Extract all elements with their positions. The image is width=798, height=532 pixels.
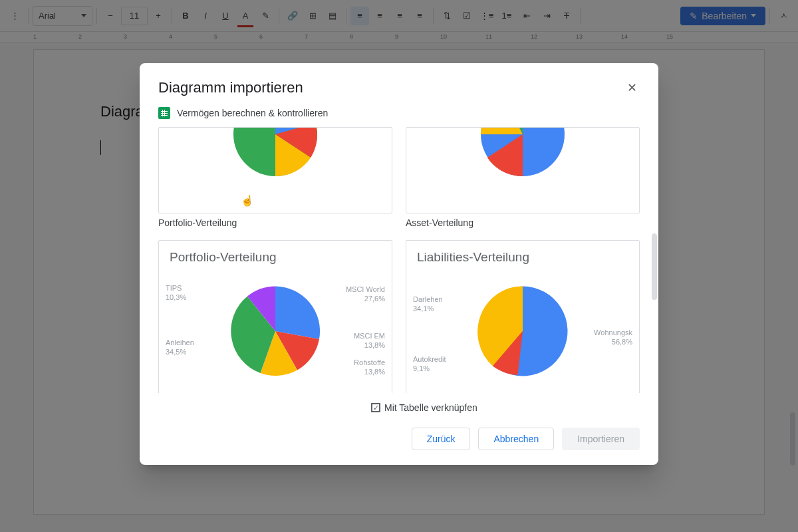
- chart-caption: Asset-Verteilung: [406, 217, 640, 228]
- chart-label: MSCI World: [346, 285, 385, 293]
- import-chart-dialog: Diagramm importieren ✕ Vermögen berechne…: [140, 63, 658, 465]
- modal-overlay: Diagramm importieren ✕ Vermögen berechne…: [0, 0, 798, 532]
- dialog-title: Diagramm importieren: [158, 79, 303, 96]
- chart-title: Liabilities-Verteilung: [406, 241, 639, 265]
- back-button[interactable]: Zurück: [412, 428, 471, 450]
- link-to-sheet-checkbox[interactable]: ✓ Mit Tabelle verknüpfen: [371, 402, 477, 413]
- chart-list-scrollbar[interactable]: [652, 233, 657, 300]
- chart-option-4[interactable]: Liabilities-Verteilung Darlehen: [406, 240, 640, 393]
- chart-caption: Portfolio-Verteilung: [158, 217, 392, 228]
- cancel-button[interactable]: Abbrechen: [478, 428, 554, 450]
- chart-label: Darlehen: [413, 295, 443, 303]
- chart-grid: 13,8% Rohstoffe 13,8% Portfolio-Verteilu…: [140, 127, 658, 393]
- chart-label: 34,1%: [413, 305, 434, 313]
- pie-chart-icon: [229, 127, 322, 181]
- chart-label: Rohstoffe: [354, 358, 385, 366]
- chart-label: 13,8%: [364, 341, 385, 349]
- link-checkbox-label: Mit Tabelle verknüpfen: [384, 402, 477, 413]
- sheets-icon: [158, 107, 170, 119]
- pie-chart-icon: [473, 281, 573, 381]
- chart-label: Wohnungsk: [594, 329, 632, 336]
- chart-label: 9,1%: [413, 364, 430, 372]
- chart-label: 34,5%: [166, 348, 186, 356]
- source-file-row[interactable]: Vermögen berechnen & kontrollieren: [140, 102, 658, 127]
- pie-chart-icon: [476, 127, 569, 181]
- chart-label: 56,8%: [612, 338, 632, 346]
- pie-chart-icon: [225, 281, 325, 381]
- chart-label: MSCI EM: [354, 332, 385, 340]
- chart-option-3[interactable]: Portfolio-Verteilung TIPS10,3% Anleihen3…: [158, 240, 392, 393]
- chart-label: TIPS: [166, 284, 182, 292]
- chart-label: 13,8%: [364, 368, 385, 376]
- chart-option-1[interactable]: 13,8% Rohstoffe 13,8%: [158, 127, 392, 213]
- chart-option-2[interactable]: 4,3% Beteiligung 21,6% Versicherun 13,0%: [406, 127, 640, 213]
- import-button[interactable]: Importieren: [562, 428, 640, 450]
- chart-label: Autokredit: [413, 355, 446, 363]
- chart-label: Anleihen: [166, 338, 194, 346]
- source-file-name: Vermögen berechnen & kontrollieren: [177, 108, 328, 118]
- close-button[interactable]: ✕: [624, 80, 640, 96]
- checkbox-icon: ✓: [371, 403, 380, 412]
- chart-title: Portfolio-Verteilung: [159, 241, 392, 265]
- chart-label: 10,3%: [166, 293, 186, 301]
- chart-label: 27,6%: [364, 295, 385, 303]
